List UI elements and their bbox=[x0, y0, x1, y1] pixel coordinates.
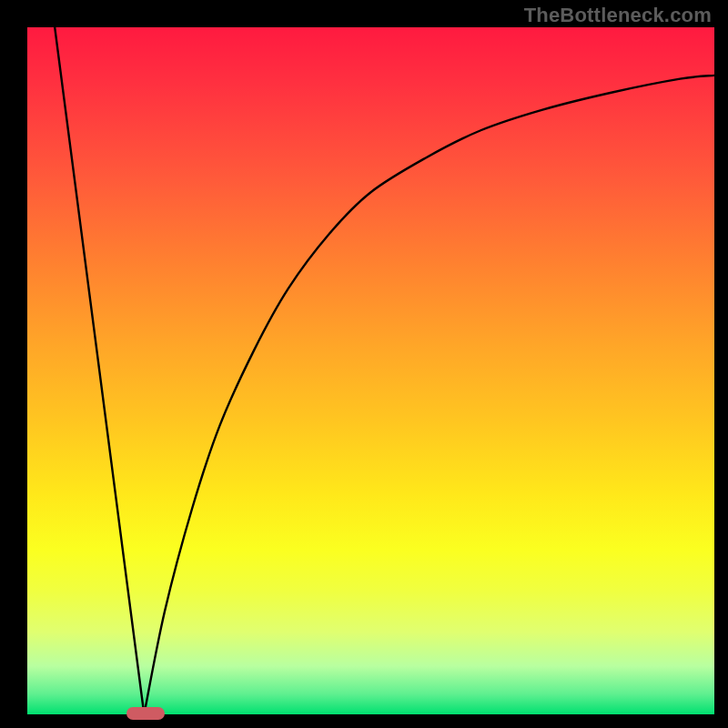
watermark-text: TheBottleneck.com bbox=[524, 4, 712, 27]
chart-frame: TheBottleneck.com bbox=[0, 0, 728, 728]
curve-layer bbox=[27, 27, 714, 714]
plot-area bbox=[27, 27, 714, 714]
bottleneck-curve bbox=[55, 27, 714, 714]
optimum-marker bbox=[126, 707, 165, 720]
